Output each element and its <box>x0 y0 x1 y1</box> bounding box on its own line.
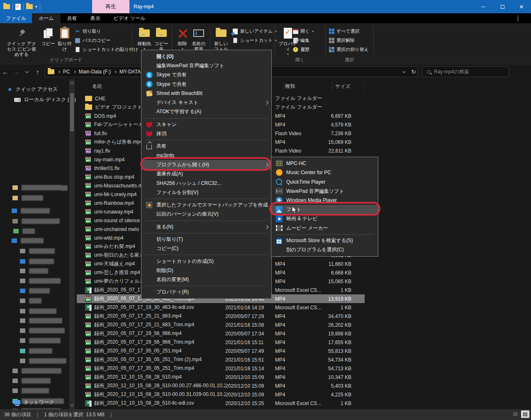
tab-share[interactable]: 共有 <box>61 13 84 23</box>
context-menu-item[interactable]: ショートカットの作成(S) <box>141 257 271 266</box>
scroll-down-icon[interactable] <box>70 403 74 407</box>
tab-video-tools[interactable]: ビデオ ツール <box>107 13 152 23</box>
censored-sidebar-item[interactable] <box>29 259 54 264</box>
delete-button[interactable]: 削除▼ <box>174 27 191 52</box>
open-with-item[interactable]: ♪Music Center for PC <box>271 168 378 177</box>
recent-locations-chevron-icon[interactable] <box>22 67 32 77</box>
table-row[interactable]: 録画_2020_12_10_15_08_28_510.mp42020/12/10… <box>77 373 365 381</box>
refresh-icon[interactable]: ↻ <box>411 68 416 75</box>
censored-sidebar-item[interactable] <box>22 185 61 190</box>
video-tools-play-tab[interactable]: 再生 <box>92 0 129 13</box>
close-button[interactable]: ✕ <box>512 0 531 13</box>
table-row[interactable]: 録画_2020_05_07_17_29_56_966_Trim.mp42021/… <box>77 338 365 347</box>
collapse-ribbon-button[interactable] <box>518 16 522 18</box>
breadcrumb-item-pc[interactable]: PC <box>63 69 76 75</box>
table-row[interactable]: 録画_2020_05_07_17_35_05_251_Trim.mp42021/… <box>77 364 365 373</box>
censored-sidebar-item[interactable] <box>29 298 41 303</box>
sidebar-item-local-disk-r[interactable]: ローカル ディスク (R:) 📌 <box>14 96 77 103</box>
censored-sidebar-item[interactable] <box>22 388 49 393</box>
open-with-item[interactable]: 別のプログラムを選択(C) <box>271 245 378 255</box>
open-with-item[interactable]: Microsoft Store を検索する(S) <box>271 236 378 245</box>
censored-sidebar-item[interactable] <box>22 195 43 201</box>
column-header-size[interactable]: サイズ <box>332 82 365 91</box>
context-menu-item[interactable]: プログラムから開く(H) <box>141 160 271 169</box>
tab-home[interactable]: ホーム <box>32 13 61 23</box>
table-row[interactable]: 録画_2020_05_07_17_19_30_463-llc-edl.csv20… <box>77 303 365 312</box>
censored-sidebar-item[interactable] <box>21 208 50 214</box>
context-menu-item[interactable]: 名前の変更(M) <box>141 275 271 284</box>
open-with-item[interactable]: Windows Media Player <box>271 196 378 205</box>
qat-folder-icon[interactable] <box>3 4 10 9</box>
open-with-item[interactable]: フォト <box>271 205 378 214</box>
up-button[interactable]: ↑ <box>32 67 43 77</box>
tab-file[interactable]: ファイル <box>0 13 32 23</box>
table-row[interactable]: 録画_2020_12_10_15_08_28_510-00.00.27.466-… <box>77 381 365 390</box>
context-menu-item[interactable]: SSkype で共有 <box>141 70 271 80</box>
censored-sidebar-item[interactable] <box>29 268 48 274</box>
open-with-item[interactable]: ムービー メーカー <box>271 223 378 233</box>
sidebar-scrollbar[interactable] <box>69 79 75 409</box>
context-menu-item[interactable]: mp3infp <box>141 151 271 160</box>
table-row[interactable]: 録画_2020_05_07_17_35_05_251.mp42020/05/07… <box>77 347 365 355</box>
censored-sidebar-item[interactable] <box>29 328 65 333</box>
censored-sidebar-item[interactable] <box>29 278 61 284</box>
censored-sidebar-item[interactable] <box>29 308 56 314</box>
context-menu-item[interactable]: デバイス キャスト <box>141 98 271 107</box>
qat-customize-chevron-icon[interactable]: ▾ <box>35 5 37 9</box>
context-menu-item[interactable]: プロパティ(R) <box>141 288 271 297</box>
move-to-button[interactable]: ← 移動先▼ <box>136 27 153 52</box>
tab-view[interactable]: 表示 <box>84 13 107 23</box>
context-menu-item[interactable]: ファイルを分割(V) <box>141 188 271 197</box>
censored-sidebar-item[interactable] <box>22 378 51 384</box>
context-menu-item[interactable]: ATOKで学習する(A) <box>141 107 271 117</box>
context-menu-item[interactable]: 削除(D) <box>141 266 271 275</box>
minimize-button[interactable] <box>474 0 493 13</box>
table-row[interactable]: 録画_2020_12_10_15_08_28_510-00.00.31.029-… <box>77 390 365 399</box>
table-row[interactable]: 録画_2020_05_07_17_25_21_883.mp42020/05/07… <box>77 312 365 320</box>
shortcut-button[interactable]: ショートカット▼ <box>232 37 278 44</box>
large-icons-view-button[interactable] <box>521 410 529 418</box>
scroll-up-icon[interactable] <box>70 82 74 86</box>
sidebar-item-network[interactable]: ネットワーク <box>14 399 54 406</box>
open-with-item[interactable]: WavePad 音声編集ソフト <box>271 187 378 196</box>
censored-sidebar-item[interactable] <box>22 218 60 224</box>
context-menu-item[interactable]: 編集WavePad 音声編集ソフト <box>141 61 271 70</box>
details-view-button[interactable] <box>511 410 519 418</box>
open-with-item[interactable]: MPC-HC <box>271 159 378 168</box>
context-menu-item[interactable]: 書庫作成(A) <box>141 170 271 179</box>
sidebar-item-quick-access[interactable]: ★ クイック アクセス <box>7 86 58 93</box>
qat-new-folder-icon[interactable] <box>26 4 33 9</box>
censored-sidebar-item[interactable] <box>22 228 35 234</box>
sidebar-scrollbar-thumb[interactable] <box>70 93 74 131</box>
context-menu-item[interactable]: SHA256 ハッシュ / CRC32... <box>141 179 271 188</box>
censored-sidebar-item[interactable] <box>29 348 52 354</box>
search-input[interactable]: Ray-mp4の検索 <box>422 66 509 77</box>
table-row[interactable]: 録画_2020_05_07_17_25_21_883_Trim.mp42021/… <box>77 320 365 329</box>
back-button[interactable]: ← <box>0 67 11 77</box>
context-menu-item[interactable]: 開く(O) <box>141 52 271 61</box>
context-menu-item[interactable]: 切り取り(T) <box>141 235 271 244</box>
censored-sidebar-item[interactable] <box>21 238 44 243</box>
context-menu-item[interactable]: 抹消 <box>141 129 271 138</box>
censored-sidebar-item[interactable] <box>22 368 61 374</box>
context-menu-item[interactable]: 送る(N) <box>141 222 271 231</box>
censored-sidebar-item[interactable] <box>29 288 50 294</box>
context-menu-item[interactable]: 共有 <box>141 142 271 151</box>
table-row[interactable]: 録画_2020_05_07_17_35_05_251_Trim (2).mp42… <box>77 355 365 364</box>
context-menu-item[interactable]: スキャン <box>141 120 271 129</box>
table-row[interactable]: 録画_2020_12_10_15_08_28_510-llc-edl.csv20… <box>77 399 365 408</box>
address-dropdown-chevron-icon[interactable] <box>402 69 406 73</box>
new-item-button[interactable]: 新しいアイテム▼ <box>232 28 278 34</box>
open-with-item[interactable]: QuickTime Player <box>271 177 378 187</box>
context-menu-item[interactable]: Shred with BleachBit <box>141 89 271 98</box>
context-menu-item[interactable]: SSkype で共有 <box>141 80 271 89</box>
maximize-button[interactable] <box>493 0 512 13</box>
forward-button[interactable]: → <box>11 67 22 77</box>
context-menu-item[interactable]: コピー(C) <box>141 244 271 253</box>
context-menu-item[interactable]: 選択したファイルでスマートバックアップを作成 <box>141 200 271 209</box>
censored-sidebar-item[interactable] <box>29 248 55 254</box>
censored-sidebar-item[interactable] <box>29 358 66 364</box>
open-with-item[interactable]: 映画 & テレビ <box>271 214 378 223</box>
context-menu-item[interactable]: 以前のバージョンの復元(V) <box>141 210 271 219</box>
table-row[interactable]: 録画_2020_05_07_17_29_56_966.mp42020/05/07… <box>77 329 365 338</box>
